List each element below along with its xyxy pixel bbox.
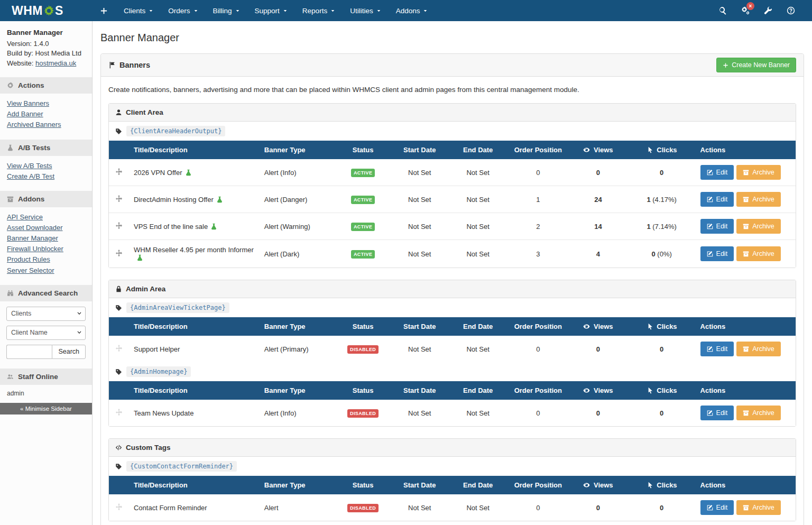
section-heading: Admin Area <box>109 280 796 298</box>
banner-table: Title/DescriptionBanner TypeStatusStart … <box>109 317 796 362</box>
drag-handle[interactable] <box>115 250 123 257</box>
edit-button[interactable]: Edit <box>700 406 734 420</box>
archive-button[interactable]: Archive <box>736 219 781 234</box>
col-views: Views <box>569 381 627 400</box>
col-order: Order Position <box>507 476 569 494</box>
section-custom-tags: Custom Tags{CustomContactFormReminder}Ti… <box>108 438 796 521</box>
minimise-sidebar-button[interactable]: « Minimise Sidebar <box>0 403 92 415</box>
drag-handle[interactable] <box>115 222 123 229</box>
template-tag: {AdminHomepage} <box>126 366 191 377</box>
nav-menu-support[interactable]: Support <box>247 0 295 21</box>
sidebar-header-addons: Addons <box>0 191 92 207</box>
views-count: 14 <box>569 213 627 240</box>
help-icon[interactable] <box>787 6 795 15</box>
navbar-right-icons: × <box>718 6 812 15</box>
banner-title: WHM Reseller 4.95 per month Informer <box>134 246 254 254</box>
archive-button[interactable]: Archive <box>736 192 781 207</box>
col-clicks: Clicks <box>628 381 696 400</box>
drag-handle[interactable] <box>115 168 123 176</box>
end-date: Not Set <box>449 400 507 426</box>
sidebar-link-create-a-b-test[interactable]: Create A/B Test <box>7 171 85 182</box>
col-status: Status <box>336 317 391 336</box>
edit-button[interactable]: Edit <box>700 192 734 207</box>
pointer-icon <box>647 146 653 153</box>
col-start: Start Date <box>391 381 449 400</box>
sidebar-header-actions: Actions <box>0 77 92 94</box>
nav-menu-reports[interactable]: Reports <box>295 0 343 21</box>
search-type-select[interactable]: Clients <box>6 307 86 321</box>
nav-menu-utilities[interactable]: Utilities <box>343 0 389 21</box>
views-count: 0 <box>569 336 627 362</box>
edit-button[interactable]: Edit <box>700 246 734 261</box>
move-icon <box>115 168 123 176</box>
module-info: Banner Manager Version: 1.4.0 Build by: … <box>0 21 92 74</box>
sidebar-link-banner-manager[interactable]: Banner Manager <box>7 233 85 244</box>
pencil-icon <box>707 169 713 176</box>
tag-row: {AdminAreaViewTicketPage} <box>109 298 796 317</box>
archive-button[interactable]: Archive <box>736 342 781 356</box>
end-date: Not Set <box>449 240 507 268</box>
drag-handle[interactable] <box>115 195 123 202</box>
sidebar-link-server-selector[interactable]: Server Selector <box>7 265 85 276</box>
sidebar-link-api-service[interactable]: API Service <box>7 212 85 223</box>
search-icon[interactable] <box>718 6 727 15</box>
logo-gear-icon <box>43 5 54 16</box>
end-date: Not Set <box>449 213 507 240</box>
module-website-link[interactable]: hostmedia.uk <box>35 59 76 67</box>
search-button[interactable]: Search <box>52 345 86 359</box>
section-heading: Custom Tags <box>109 439 796 457</box>
sidebar-link-add-banner[interactable]: Add Banner <box>7 109 85 119</box>
edit-button[interactable]: Edit <box>700 342 734 356</box>
archive-button[interactable]: Archive <box>736 500 781 515</box>
sidebar-link-asset-downloader[interactable]: Asset Downloader <box>7 223 85 233</box>
edit-button[interactable]: Edit <box>700 165 734 180</box>
col-end: End Date <box>449 141 507 159</box>
banner-title: Support Helper <box>134 345 180 353</box>
caret-icon <box>149 8 153 13</box>
nav-menu-billing[interactable]: Billing <box>206 0 247 21</box>
gears-icon[interactable]: × <box>741 6 750 15</box>
archive-button[interactable]: Archive <box>736 406 781 420</box>
start-date: Not Set <box>391 494 449 521</box>
caret-icon <box>235 8 240 13</box>
search-input[interactable] <box>6 345 52 359</box>
sidebar-link-view-banners[interactable]: View Banners <box>7 98 85 109</box>
edit-button[interactable]: Edit <box>700 219 734 234</box>
sidebar-link-product-rules[interactable]: Product Rules <box>7 254 85 265</box>
create-new-banner-button[interactable]: Create New Banner <box>716 58 796 72</box>
wrench-icon[interactable] <box>764 6 772 15</box>
flask-icon <box>7 144 14 151</box>
nav-menu-orders[interactable]: Orders <box>161 0 205 21</box>
views-count: 0 <box>569 400 627 426</box>
table-header-row: Title/DescriptionBanner TypeStatusStart … <box>109 317 796 336</box>
caret-icon <box>376 8 381 13</box>
sidebar-link-archived-banners[interactable]: Archived Banners <box>7 119 85 130</box>
col-type: Banner Type <box>260 476 336 494</box>
drag-handle <box>115 345 123 352</box>
archive-icon <box>743 251 749 257</box>
col-title: Title/Description <box>130 476 260 494</box>
col-order: Order Position <box>507 381 569 400</box>
col-views: Views <box>569 476 627 494</box>
sidebar-link-firewall-unblocker[interactable]: Firewall Unblocker <box>7 244 85 254</box>
whmcs-logo[interactable]: WHM S <box>0 4 93 18</box>
quick-add-button[interactable] <box>100 7 108 15</box>
banner-type: Alert (Warning) <box>260 213 336 240</box>
section-client-area: Client Area{ClientAreaHeaderOutput}Title… <box>108 103 796 268</box>
col-title: Title/Description <box>130 381 260 400</box>
search-field-select[interactable]: Client Name <box>6 326 86 340</box>
edit-button[interactable]: Edit <box>700 500 734 515</box>
sidebar-link-view-a-b-tests[interactable]: View A/B Tests <box>7 161 85 171</box>
status-badge: ACTIVE <box>351 169 375 177</box>
archive-button[interactable]: Archive <box>736 246 781 261</box>
banner-row: 2026 VPN OfferAlert (Info)ACTIVENot SetN… <box>109 159 796 186</box>
end-date: Not Set <box>449 494 507 521</box>
col-title: Title/Description <box>130 141 260 159</box>
archive-button[interactable]: Archive <box>736 165 781 180</box>
nav-menu-addons[interactable]: Addons <box>389 0 436 21</box>
sidebar-header-a-b-tests: A/B Tests <box>0 140 92 156</box>
archive-icon <box>743 223 749 229</box>
order-position: 2 <box>507 213 569 240</box>
nav-menu-clients[interactable]: Clients <box>116 0 161 21</box>
pencil-icon <box>707 410 713 416</box>
